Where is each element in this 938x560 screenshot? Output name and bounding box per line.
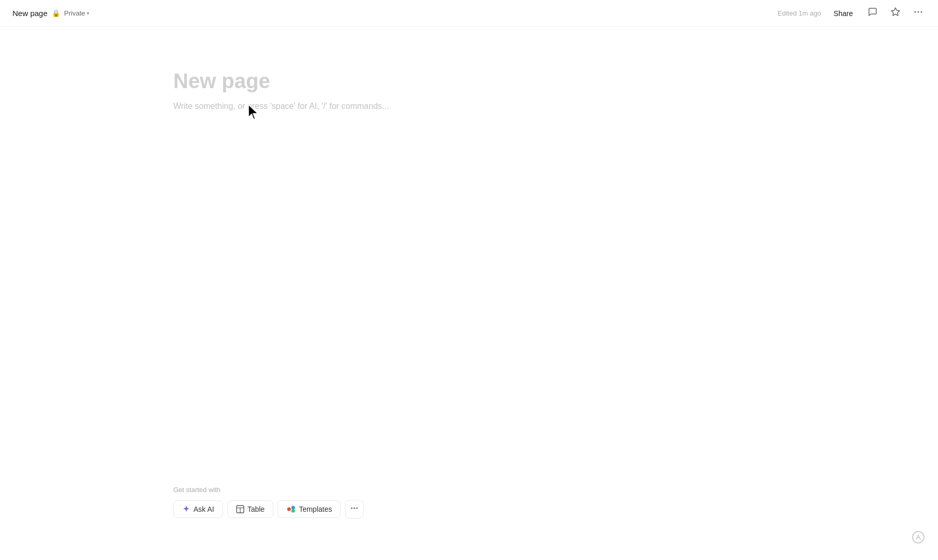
table-button[interactable]: Table: [227, 500, 273, 518]
comment-button[interactable]: [865, 5, 880, 22]
svg-point-9: [351, 508, 352, 509]
header-right: Edited 1m ago Share: [778, 5, 926, 22]
ask-ai-label: Ask AI: [194, 505, 214, 513]
more-toolbar-button[interactable]: [345, 500, 364, 519]
header: New page 🔒 Private ▾ Edited 1m ago Share: [0, 0, 938, 27]
table-icon: [236, 505, 244, 513]
table-label: Table: [247, 505, 265, 513]
svg-point-0: [915, 11, 916, 13]
svg-point-8: [292, 509, 295, 513]
edited-timestamp: Edited 1m ago: [778, 9, 821, 17]
svg-point-7: [292, 506, 295, 510]
get-started-label: Get started with: [173, 486, 364, 494]
svg-point-10: [353, 508, 355, 509]
privacy-label: Private: [64, 9, 85, 17]
svg-point-11: [356, 508, 357, 509]
header-page-title: New page: [12, 9, 48, 18]
templates-icon: [286, 505, 296, 513]
bottom-toolbar: Get started with Ask AI T: [173, 486, 364, 519]
templates-label: Templates: [299, 505, 332, 513]
more-toolbar-icon: [350, 504, 358, 514]
chevron-down-icon: ▾: [87, 10, 89, 16]
svg-point-6: [287, 508, 291, 511]
privacy-selector[interactable]: Private ▾: [64, 9, 89, 17]
body-placeholder[interactable]: Write something, or press 'space' for AI…: [173, 102, 389, 111]
lock-icon: 🔒: [52, 9, 60, 17]
ask-ai-icon: [182, 505, 190, 513]
main-content: New page Write something, or press 'spac…: [0, 27, 938, 560]
svg-point-1: [918, 11, 919, 13]
toolbar-buttons-container: Ask AI Table: [173, 500, 364, 519]
header-left: New page 🔒 Private ▾: [12, 9, 89, 18]
star-button[interactable]: [888, 5, 903, 22]
page-title-editable[interactable]: New page: [173, 68, 270, 93]
more-options-button[interactable]: [911, 5, 926, 22]
ask-ai-button[interactable]: Ask AI: [173, 500, 223, 518]
more-options-icon: [913, 7, 923, 20]
comment-icon: [867, 7, 878, 20]
star-icon: [890, 7, 901, 20]
share-button[interactable]: Share: [830, 7, 857, 20]
svg-point-2: [921, 11, 922, 13]
bottom-right-assist-icon[interactable]: [911, 530, 926, 548]
templates-button[interactable]: Templates: [278, 500, 341, 518]
